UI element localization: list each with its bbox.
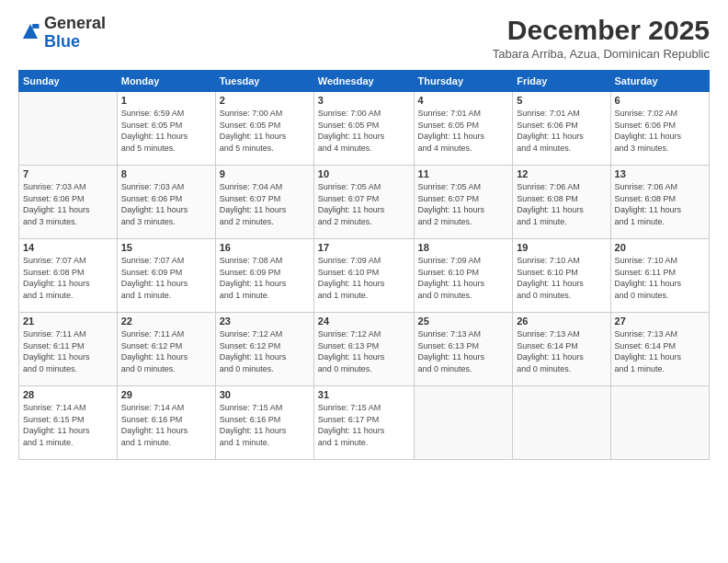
calendar-cell: 26Sunrise: 7:13 AM Sunset: 6:14 PM Dayli…: [513, 313, 610, 386]
svg-rect-1: [32, 24, 39, 29]
calendar-cell: 23Sunrise: 7:12 AM Sunset: 6:12 PM Dayli…: [215, 313, 313, 386]
day-info: Sunrise: 7:10 AM Sunset: 6:10 PM Dayligh…: [517, 255, 606, 301]
calendar-week-row: 1Sunrise: 6:59 AM Sunset: 6:05 PM Daylig…: [19, 92, 710, 166]
calendar-cell: [610, 386, 709, 460]
calendar-cell: 19Sunrise: 7:10 AM Sunset: 6:10 PM Dayli…: [513, 239, 610, 313]
day-number: 10: [318, 168, 410, 179]
day-number: 2: [220, 95, 310, 106]
calendar-col-header: Friday: [513, 71, 610, 92]
day-info: Sunrise: 7:04 AM Sunset: 6:07 PM Dayligh…: [220, 181, 310, 227]
day-info: Sunrise: 7:06 AM Sunset: 6:08 PM Dayligh…: [517, 181, 606, 227]
page: General Blue December 2025 Tabara Arriba…: [0, 0, 728, 563]
calendar-cell: [513, 386, 610, 460]
calendar-cell: 7Sunrise: 7:03 AM Sunset: 6:06 PM Daylig…: [19, 166, 118, 239]
day-number: 14: [23, 242, 113, 253]
day-info: Sunrise: 7:08 AM Sunset: 6:09 PM Dayligh…: [220, 255, 310, 301]
day-info: Sunrise: 7:07 AM Sunset: 6:08 PM Dayligh…: [23, 255, 113, 301]
calendar-cell: 27Sunrise: 7:13 AM Sunset: 6:14 PM Dayli…: [610, 313, 709, 386]
day-number: 27: [615, 316, 705, 327]
logo-icon: [20, 21, 40, 41]
day-info: Sunrise: 7:03 AM Sunset: 6:06 PM Dayligh…: [23, 181, 113, 227]
calendar-cell: 24Sunrise: 7:12 AM Sunset: 6:13 PM Dayli…: [313, 313, 414, 386]
subtitle: Tabara Arriba, Azua, Dominican Republic: [493, 47, 710, 61]
day-info: Sunrise: 7:05 AM Sunset: 6:07 PM Dayligh…: [418, 181, 509, 227]
day-number: 3: [318, 95, 410, 106]
day-number: 20: [615, 242, 705, 253]
calendar-cell: 25Sunrise: 7:13 AM Sunset: 6:13 PM Dayli…: [414, 313, 513, 386]
day-number: 21: [23, 316, 113, 327]
calendar-cell: [414, 386, 513, 460]
calendar-cell: 8Sunrise: 7:03 AM Sunset: 6:06 PM Daylig…: [117, 166, 215, 239]
calendar-cell: 2Sunrise: 7:00 AM Sunset: 6:05 PM Daylig…: [215, 92, 313, 166]
day-number: 9: [220, 168, 310, 179]
calendar-cell: 1Sunrise: 6:59 AM Sunset: 6:05 PM Daylig…: [117, 92, 215, 166]
day-number: 5: [517, 95, 606, 106]
day-info: Sunrise: 7:11 AM Sunset: 6:12 PM Dayligh…: [121, 328, 211, 374]
day-info: Sunrise: 7:00 AM Sunset: 6:05 PM Dayligh…: [220, 108, 310, 154]
day-info: Sunrise: 7:14 AM Sunset: 6:15 PM Dayligh…: [23, 402, 113, 448]
day-number: 22: [121, 316, 211, 327]
day-info: Sunrise: 7:12 AM Sunset: 6:12 PM Dayligh…: [220, 328, 310, 374]
day-number: 28: [23, 389, 113, 400]
day-info: Sunrise: 6:59 AM Sunset: 6:05 PM Dayligh…: [121, 108, 211, 154]
day-info: Sunrise: 7:06 AM Sunset: 6:08 PM Dayligh…: [615, 181, 705, 227]
title-block: December 2025 Tabara Arriba, Azua, Domin…: [493, 15, 710, 61]
day-info: Sunrise: 7:14 AM Sunset: 6:16 PM Dayligh…: [121, 402, 211, 448]
day-info: Sunrise: 7:02 AM Sunset: 6:06 PM Dayligh…: [615, 108, 705, 154]
day-info: Sunrise: 7:13 AM Sunset: 6:14 PM Dayligh…: [517, 328, 606, 374]
day-number: 16: [220, 242, 310, 253]
day-info: Sunrise: 7:01 AM Sunset: 6:05 PM Dayligh…: [418, 108, 509, 154]
calendar-cell: 20Sunrise: 7:10 AM Sunset: 6:11 PM Dayli…: [610, 239, 709, 313]
calendar-cell: 10Sunrise: 7:05 AM Sunset: 6:07 PM Dayli…: [313, 166, 414, 239]
day-number: 29: [121, 389, 211, 400]
calendar-cell: 21Sunrise: 7:11 AM Sunset: 6:11 PM Dayli…: [19, 313, 118, 386]
day-number: 19: [517, 242, 606, 253]
calendar-cell: 11Sunrise: 7:05 AM Sunset: 6:07 PM Dayli…: [414, 166, 513, 239]
calendar-cell: 16Sunrise: 7:08 AM Sunset: 6:09 PM Dayli…: [215, 239, 313, 313]
calendar-cell: 9Sunrise: 7:04 AM Sunset: 6:07 PM Daylig…: [215, 166, 313, 239]
calendar-week-row: 28Sunrise: 7:14 AM Sunset: 6:15 PM Dayli…: [19, 386, 710, 460]
day-info: Sunrise: 7:12 AM Sunset: 6:13 PM Dayligh…: [318, 328, 410, 374]
calendar-week-row: 7Sunrise: 7:03 AM Sunset: 6:06 PM Daylig…: [19, 166, 710, 239]
calendar-cell: [19, 92, 118, 166]
day-info: Sunrise: 7:03 AM Sunset: 6:06 PM Dayligh…: [121, 181, 211, 227]
day-number: 4: [418, 95, 509, 106]
day-info: Sunrise: 7:13 AM Sunset: 6:14 PM Dayligh…: [615, 328, 705, 374]
day-number: 7: [23, 168, 113, 179]
calendar-cell: 28Sunrise: 7:14 AM Sunset: 6:15 PM Dayli…: [19, 386, 118, 460]
calendar-cell: 22Sunrise: 7:11 AM Sunset: 6:12 PM Dayli…: [117, 313, 215, 386]
day-info: Sunrise: 7:01 AM Sunset: 6:06 PM Dayligh…: [517, 108, 606, 154]
day-info: Sunrise: 7:10 AM Sunset: 6:11 PM Dayligh…: [615, 255, 705, 301]
day-number: 17: [318, 242, 410, 253]
calendar-cell: 6Sunrise: 7:02 AM Sunset: 6:06 PM Daylig…: [610, 92, 709, 166]
calendar-table: SundayMondayTuesdayWednesdayThursdayFrid…: [18, 70, 710, 460]
calendar-col-header: Monday: [117, 71, 215, 92]
calendar-col-header: Sunday: [19, 71, 118, 92]
day-number: 13: [615, 168, 705, 179]
day-info: Sunrise: 7:07 AM Sunset: 6:09 PM Dayligh…: [121, 255, 211, 301]
calendar-cell: 12Sunrise: 7:06 AM Sunset: 6:08 PM Dayli…: [513, 166, 610, 239]
day-info: Sunrise: 7:00 AM Sunset: 6:05 PM Dayligh…: [318, 108, 410, 154]
day-number: 24: [318, 316, 410, 327]
day-info: Sunrise: 7:11 AM Sunset: 6:11 PM Dayligh…: [23, 328, 113, 374]
day-info: Sunrise: 7:13 AM Sunset: 6:13 PM Dayligh…: [418, 328, 509, 374]
calendar-cell: 29Sunrise: 7:14 AM Sunset: 6:16 PM Dayli…: [117, 386, 215, 460]
calendar-cell: 5Sunrise: 7:01 AM Sunset: 6:06 PM Daylig…: [513, 92, 610, 166]
calendar-cell: 13Sunrise: 7:06 AM Sunset: 6:08 PM Dayli…: [610, 166, 709, 239]
logo-text: General Blue: [44, 15, 106, 52]
calendar-col-header: Thursday: [414, 71, 513, 92]
day-number: 30: [220, 389, 310, 400]
calendar-cell: 3Sunrise: 7:00 AM Sunset: 6:05 PM Daylig…: [313, 92, 414, 166]
day-info: Sunrise: 7:09 AM Sunset: 6:10 PM Dayligh…: [318, 255, 410, 301]
day-info: Sunrise: 7:15 AM Sunset: 6:17 PM Dayligh…: [318, 402, 410, 448]
calendar-col-header: Tuesday: [215, 71, 313, 92]
calendar-cell: 30Sunrise: 7:15 AM Sunset: 6:16 PM Dayli…: [215, 386, 313, 460]
calendar-cell: 31Sunrise: 7:15 AM Sunset: 6:17 PM Dayli…: [313, 386, 414, 460]
day-number: 18: [418, 242, 509, 253]
calendar-week-row: 21Sunrise: 7:11 AM Sunset: 6:11 PM Dayli…: [19, 313, 710, 386]
day-info: Sunrise: 7:09 AM Sunset: 6:10 PM Dayligh…: [418, 255, 509, 301]
day-number: 31: [318, 389, 410, 400]
logo: General Blue: [18, 15, 106, 52]
day-number: 12: [517, 168, 606, 179]
day-number: 15: [121, 242, 211, 253]
